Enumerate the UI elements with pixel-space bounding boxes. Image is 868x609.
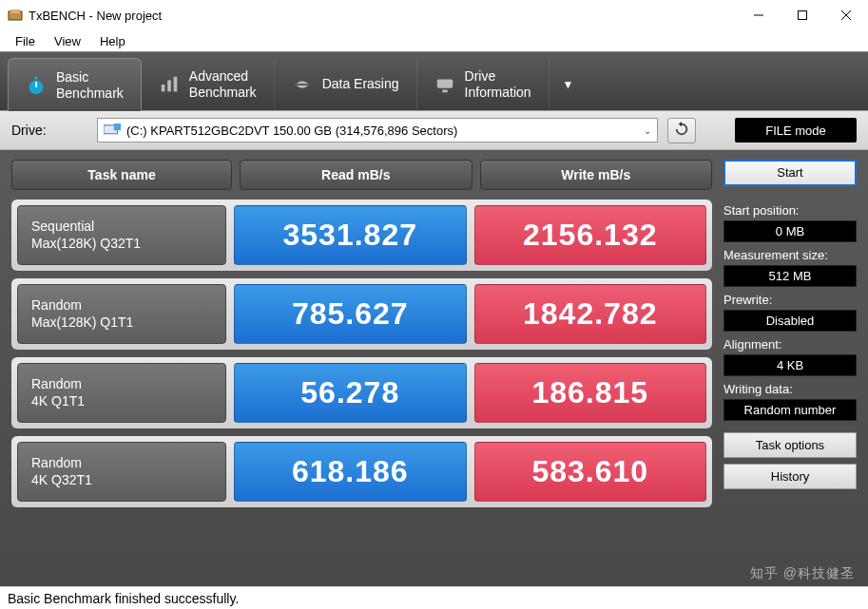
alignment-label: Alignment:: [723, 337, 857, 352]
status-text: Basic Benchmark finished successfully.: [8, 591, 239, 606]
history-button[interactable]: History: [723, 464, 857, 489]
tab-label: Benchmark: [56, 86, 124, 101]
read-value: 3531.827: [234, 205, 467, 265]
write-value: 2156.132: [474, 205, 707, 265]
drive-selected-text: (C:) KPART512GBC2DVT 150.00 GB (314,576,…: [126, 124, 457, 138]
svg-rect-12: [293, 84, 310, 86]
result-row: Sequential Max(128K) Q32T1 3531.827 2156…: [11, 200, 712, 271]
menu-help[interactable]: Help: [90, 32, 135, 50]
task-name-cell[interactable]: Random 4K Q32T1: [17, 442, 226, 502]
disk-icon: [104, 124, 121, 137]
menubar: File View Help: [0, 30, 868, 51]
svg-rect-14: [442, 89, 448, 92]
tab-label: Benchmark: [189, 85, 257, 100]
tab-drive-information[interactable]: DriveInformation: [417, 58, 550, 110]
svg-rect-13: [436, 79, 453, 87]
task-line1: Random: [31, 455, 212, 472]
task-options-button[interactable]: Task options: [723, 432, 857, 458]
chevron-down-icon: ⌄: [644, 125, 651, 136]
svg-marker-17: [679, 122, 682, 126]
svg-rect-11: [173, 76, 177, 91]
write-value: 186.815: [474, 363, 707, 423]
task-line2: 4K Q32T1: [31, 472, 212, 489]
refresh-button[interactable]: [667, 118, 696, 143]
tab-label: Information: [465, 85, 531, 100]
start-label: Start: [777, 165, 802, 180]
window-title: TxBENCH - New project: [29, 9, 162, 23]
svg-rect-9: [162, 85, 165, 91]
drive-row: Drive: (C:) KPART512GBC2DVT 150.00 GB (3…: [0, 110, 868, 150]
header-write: Write mB/s: [480, 160, 713, 190]
bars-icon: [159, 74, 180, 95]
menu-view[interactable]: View: [45, 32, 90, 50]
writing-data-label: Writing data:: [723, 382, 857, 396]
status-bar: Basic Benchmark finished successfully.: [0, 586, 868, 609]
app-icon: [8, 8, 23, 23]
header-read: Read mB/s: [240, 160, 473, 190]
start-position-value[interactable]: 0 MB: [723, 220, 857, 242]
tab-label: Data Erasing: [322, 76, 399, 91]
measurement-size-value[interactable]: 512 MB: [723, 265, 857, 287]
task-line1: Random: [31, 376, 212, 393]
mode-label: FILE mode: [765, 124, 826, 138]
stopwatch-icon: [26, 75, 47, 96]
maximize-button[interactable]: [781, 0, 824, 30]
results-panel: Task name Read mB/s Write mB/s Sequentia…: [11, 160, 712, 577]
tab-basic-benchmark[interactable]: BasicBenchmark: [8, 58, 142, 111]
menu-file[interactable]: File: [6, 32, 45, 50]
read-value: 618.186: [234, 442, 467, 502]
svg-rect-10: [167, 80, 171, 91]
svg-rect-1: [10, 10, 20, 13]
task-line2: Max(128K) Q1T1: [31, 314, 212, 332]
main-tabbar: BasicBenchmark AdvancedBenchmark Data Er…: [0, 51, 868, 110]
result-row: Random 4K Q32T1 618.186 583.610: [11, 436, 712, 507]
tab-label: Basic: [56, 69, 124, 85]
tab-overflow-arrow[interactable]: ▼: [550, 78, 588, 91]
main-area: Task name Read mB/s Write mB/s Sequentia…: [0, 150, 868, 586]
refresh-icon: [674, 122, 689, 140]
task-line2: 4K Q1T1: [31, 393, 212, 410]
window-controls: [737, 0, 868, 30]
start-button[interactable]: Start: [723, 160, 857, 186]
tab-data-erasing[interactable]: Data Erasing: [275, 58, 417, 110]
task-name-cell[interactable]: Random Max(128K) Q1T1: [17, 284, 226, 344]
drive-select[interactable]: (C:) KPART512GBC2DVT 150.00 GB (314,576,…: [97, 118, 658, 143]
read-value: 56.278: [234, 363, 467, 423]
header-task: Task name: [11, 160, 232, 190]
close-button[interactable]: [824, 0, 868, 30]
measurement-size-label: Measurement size:: [723, 248, 857, 262]
drive-label: Drive:: [11, 123, 87, 138]
erase-icon: [292, 74, 313, 95]
titlebar: TxBENCH - New project: [0, 0, 868, 30]
start-position-label: Start position:: [723, 203, 857, 218]
read-value: 785.627: [234, 284, 467, 344]
task-name-cell[interactable]: Random 4K Q1T1: [17, 363, 226, 423]
task-line1: Random: [31, 297, 212, 314]
tab-label: Drive: [465, 68, 531, 84]
alignment-value[interactable]: 4 KB: [723, 354, 857, 376]
file-mode-button[interactable]: FILE mode: [735, 118, 857, 143]
writing-data-value[interactable]: Random number: [723, 399, 857, 421]
minimize-button[interactable]: [737, 0, 781, 30]
drive-info-icon: [434, 74, 455, 95]
side-panel: Start Start position: 0 MB Measurement s…: [723, 160, 857, 577]
svg-rect-3: [799, 11, 807, 20]
svg-rect-7: [34, 76, 38, 79]
prewrite-label: Prewrite:: [723, 293, 857, 307]
task-line1: Sequential: [31, 219, 212, 236]
write-value: 583.610: [474, 442, 707, 502]
write-value: 1842.782: [474, 284, 707, 344]
result-row: Random Max(128K) Q1T1 785.627 1842.782: [11, 278, 712, 350]
result-row: Random 4K Q1T1 56.278 186.815: [11, 357, 712, 428]
task-name-cell[interactable]: Sequential Max(128K) Q32T1: [17, 205, 226, 265]
prewrite-value[interactable]: Disabled: [723, 310, 857, 332]
tab-advanced-benchmark[interactable]: AdvancedBenchmark: [142, 58, 275, 110]
svg-rect-16: [114, 124, 121, 130]
results-header: Task name Read mB/s Write mB/s: [11, 160, 712, 190]
task-line2: Max(128K) Q32T1: [31, 236, 212, 253]
tab-label: Advanced: [189, 68, 257, 84]
